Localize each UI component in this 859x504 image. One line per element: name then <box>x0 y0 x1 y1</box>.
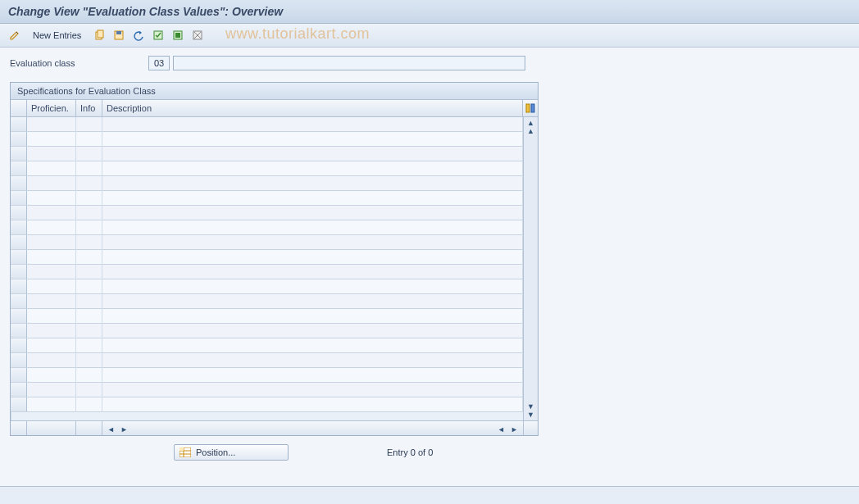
table-row[interactable] <box>11 324 523 338</box>
vertical-scrollbar[interactable]: ▲ ▲ ▼ ▼ <box>523 117 538 420</box>
table-row[interactable] <box>11 250 523 265</box>
new-entries-button[interactable]: New Entries <box>26 29 88 42</box>
scroll-left-icon[interactable]: ◄ <box>106 425 116 434</box>
row-selector-header[interactable] <box>11 100 27 116</box>
position-button-label: Position... <box>196 447 235 457</box>
scroll-left-end-icon[interactable]: ◄ <box>496 425 507 434</box>
svg-rect-3 <box>116 31 121 34</box>
table-row[interactable] <box>11 132 523 147</box>
evaluation-class-code-input[interactable] <box>148 56 170 70</box>
svg-rect-16 <box>180 447 184 451</box>
entry-status: Entry 0 of 0 <box>387 447 433 457</box>
scroll-right-end-icon[interactable]: ► <box>509 425 520 434</box>
scroll-down-icon[interactable]: ▼ <box>527 411 534 419</box>
evaluation-class-label: Evaluation class <box>10 58 145 68</box>
page-title: Change View "Evaluation Class Values": O… <box>8 5 851 18</box>
table-row[interactable] <box>11 353 523 368</box>
position-button[interactable]: Position... <box>174 444 289 461</box>
table-row[interactable] <box>11 294 523 309</box>
save-variant-icon[interactable] <box>111 27 127 43</box>
table-settings-icon[interactable] <box>523 100 538 116</box>
table-row[interactable] <box>11 176 523 191</box>
table-row[interactable] <box>11 147 523 161</box>
grid-header: Proficien. Info Description <box>11 100 538 117</box>
col-info[interactable]: Info <box>76 100 102 116</box>
svg-rect-11 <box>531 104 534 112</box>
table-row[interactable] <box>11 206 523 220</box>
table-row[interactable] <box>11 117 523 132</box>
svg-rect-10 <box>526 104 529 112</box>
toolbar: New Entries www.tutorialkart.com <box>0 24 859 48</box>
grid-icon <box>180 447 191 457</box>
scroll-up-icon[interactable]: ▲ <box>527 119 534 127</box>
scroll-down-icon[interactable]: ▼ <box>527 402 534 411</box>
table-row[interactable] <box>11 265 523 279</box>
content-area: Evaluation class Specifications for Eval… <box>0 48 859 469</box>
grid-body: ▲ ▲ ▼ ▼ <box>11 117 538 420</box>
col-proficiency[interactable]: Proficien. <box>27 100 76 116</box>
panel-title: Specifications for Evaluation Class <box>11 83 538 100</box>
watermark-text: www.tutorialkart.com <box>225 25 370 43</box>
footer-row: Position... Entry 0 of 0 <box>10 444 849 461</box>
table-row[interactable] <box>11 309 523 324</box>
table-row[interactable] <box>11 161 523 176</box>
grid-rows <box>11 117 523 420</box>
select-block-icon[interactable] <box>170 27 186 43</box>
table-row[interactable] <box>11 191 523 206</box>
svg-rect-1 <box>98 30 103 38</box>
title-bar: Change View "Evaluation Class Values": O… <box>0 0 859 24</box>
table-row[interactable] <box>11 338 523 353</box>
copy-icon[interactable] <box>91 27 107 43</box>
scroll-right-icon[interactable]: ► <box>119 425 130 434</box>
select-all-icon[interactable] <box>150 27 166 43</box>
evaluation-class-row: Evaluation class <box>10 56 849 70</box>
spec-panel: Specifications for Evaluation Class Prof… <box>10 82 539 436</box>
evaluation-class-desc-input[interactable] <box>173 56 525 70</box>
status-bar <box>0 486 859 504</box>
table-row[interactable] <box>11 383 523 397</box>
table-row[interactable] <box>11 235 523 250</box>
deselect-all-icon[interactable] <box>189 27 206 43</box>
scroll-up-icon[interactable]: ▲ <box>527 127 534 135</box>
table-row[interactable] <box>11 397 523 412</box>
undo-icon[interactable] <box>130 27 147 43</box>
table-row[interactable] <box>11 220 523 235</box>
change-icon[interactable] <box>7 27 23 43</box>
svg-rect-6 <box>175 33 180 38</box>
table-row[interactable] <box>11 279 523 294</box>
col-description[interactable]: Description <box>102 100 523 116</box>
table-row[interactable] <box>11 368 523 383</box>
horizontal-scrollbar[interactable]: ◄ ► ◄ ► <box>11 420 538 435</box>
